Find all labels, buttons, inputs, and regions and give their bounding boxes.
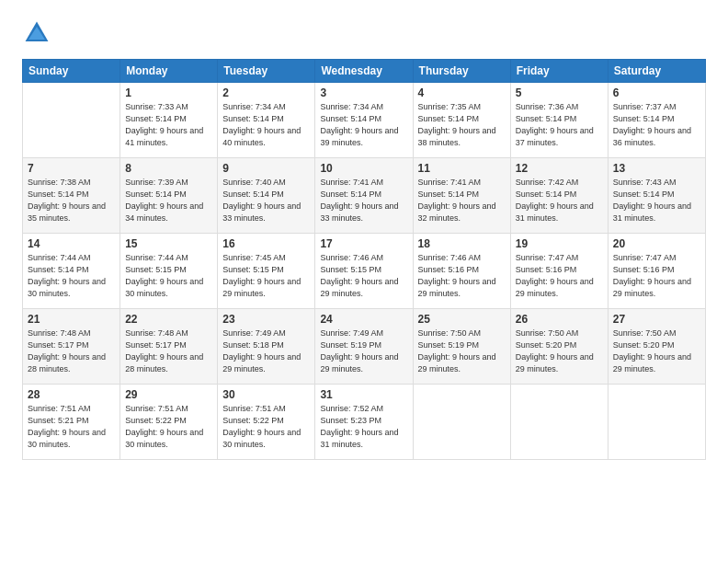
day-number: 8	[125, 162, 212, 175]
header	[22, 18, 706, 48]
day-info: Sunrise: 7:48 AMSunset: 5:17 PMDaylight:…	[28, 327, 115, 375]
day-cell: 15Sunrise: 7:44 AMSunset: 5:15 PMDayligh…	[120, 234, 218, 309]
day-cell: 17Sunrise: 7:46 AMSunset: 5:15 PMDayligh…	[315, 234, 413, 309]
day-cell: 23Sunrise: 7:49 AMSunset: 5:18 PMDayligh…	[218, 309, 315, 385]
day-info: Sunrise: 7:40 AMSunset: 5:14 PMDaylight:…	[222, 177, 310, 224]
day-number: 4	[418, 86, 506, 99]
day-cell: 24Sunrise: 7:49 AMSunset: 5:19 PMDayligh…	[315, 309, 413, 385]
day-number: 13	[613, 162, 700, 175]
day-number: 18	[418, 237, 506, 250]
day-cell: 14Sunrise: 7:44 AMSunset: 5:14 PMDayligh…	[23, 234, 120, 309]
day-cell: 2Sunrise: 7:34 AMSunset: 5:14 PMDaylight…	[218, 83, 315, 158]
day-number: 12	[516, 162, 603, 175]
day-cell: 26Sunrise: 7:50 AMSunset: 5:20 PMDayligh…	[510, 309, 608, 385]
week-row-2: 14Sunrise: 7:44 AMSunset: 5:14 PMDayligh…	[23, 234, 706, 309]
calendar-table: SundayMondayTuesdayWednesdayThursdayFrid…	[22, 59, 706, 460]
day-info: Sunrise: 7:41 AMSunset: 5:14 PMDaylight:…	[320, 177, 407, 224]
day-cell: 5Sunrise: 7:36 AMSunset: 5:14 PMDaylight…	[510, 83, 608, 158]
day-cell: 22Sunrise: 7:48 AMSunset: 5:17 PMDayligh…	[120, 309, 218, 385]
day-cell: 20Sunrise: 7:47 AMSunset: 5:16 PMDayligh…	[608, 234, 705, 309]
day-cell: 16Sunrise: 7:45 AMSunset: 5:15 PMDayligh…	[218, 234, 315, 309]
day-info: Sunrise: 7:46 AMSunset: 5:16 PMDaylight:…	[418, 252, 506, 300]
day-info: Sunrise: 7:34 AMSunset: 5:14 PMDaylight:…	[320, 101, 407, 149]
day-info: Sunrise: 7:50 AMSunset: 5:19 PMDaylight:…	[418, 327, 506, 375]
day-number: 2	[222, 86, 310, 99]
day-number: 30	[222, 388, 310, 401]
day-number: 26	[516, 313, 603, 326]
logo-icon	[22, 18, 51, 48]
day-cell: 30Sunrise: 7:51 AMSunset: 5:22 PMDayligh…	[218, 385, 315, 460]
day-number: 3	[320, 86, 407, 99]
day-info: Sunrise: 7:33 AMSunset: 5:14 PMDaylight:…	[125, 101, 212, 149]
day-cell: 3Sunrise: 7:34 AMSunset: 5:14 PMDaylight…	[315, 83, 413, 158]
day-cell: 9Sunrise: 7:40 AMSunset: 5:14 PMDaylight…	[218, 158, 315, 234]
day-cell: 11Sunrise: 7:41 AMSunset: 5:14 PMDayligh…	[413, 158, 510, 234]
day-cell	[23, 83, 120, 158]
day-info: Sunrise: 7:35 AMSunset: 5:14 PMDaylight:…	[418, 101, 506, 149]
day-cell: 6Sunrise: 7:37 AMSunset: 5:14 PMDaylight…	[608, 83, 705, 158]
week-row-1: 7Sunrise: 7:38 AMSunset: 5:14 PMDaylight…	[23, 158, 706, 234]
day-info: Sunrise: 7:50 AMSunset: 5:20 PMDaylight:…	[613, 327, 700, 375]
day-cell	[413, 385, 510, 460]
day-cell: 1Sunrise: 7:33 AMSunset: 5:14 PMDaylight…	[120, 83, 218, 158]
week-row-0: 1Sunrise: 7:33 AMSunset: 5:14 PMDaylight…	[23, 83, 706, 158]
day-cell: 21Sunrise: 7:48 AMSunset: 5:17 PMDayligh…	[23, 309, 120, 385]
day-cell: 19Sunrise: 7:47 AMSunset: 5:16 PMDayligh…	[510, 234, 608, 309]
day-cell: 18Sunrise: 7:46 AMSunset: 5:16 PMDayligh…	[413, 234, 510, 309]
day-info: Sunrise: 7:43 AMSunset: 5:14 PMDaylight:…	[613, 177, 700, 224]
day-cell: 31Sunrise: 7:52 AMSunset: 5:23 PMDayligh…	[315, 385, 413, 460]
header-row: SundayMondayTuesdayWednesdayThursdayFrid…	[23, 60, 706, 83]
day-number: 22	[125, 313, 212, 326]
day-number: 15	[125, 237, 212, 250]
day-number: 16	[222, 237, 310, 250]
col-header-friday: Friday	[510, 60, 608, 83]
week-row-3: 21Sunrise: 7:48 AMSunset: 5:17 PMDayligh…	[23, 309, 706, 385]
day-cell: 29Sunrise: 7:51 AMSunset: 5:22 PMDayligh…	[120, 385, 218, 460]
day-cell: 25Sunrise: 7:50 AMSunset: 5:19 PMDayligh…	[413, 309, 510, 385]
day-cell	[608, 385, 705, 460]
day-cell: 28Sunrise: 7:51 AMSunset: 5:21 PMDayligh…	[23, 385, 120, 460]
day-info: Sunrise: 7:39 AMSunset: 5:14 PMDaylight:…	[125, 177, 212, 224]
day-info: Sunrise: 7:45 AMSunset: 5:15 PMDaylight:…	[222, 252, 310, 300]
day-cell	[510, 385, 608, 460]
day-number: 1	[125, 86, 212, 99]
day-info: Sunrise: 7:47 AMSunset: 5:16 PMDaylight:…	[516, 252, 603, 300]
day-info: Sunrise: 7:44 AMSunset: 5:14 PMDaylight:…	[28, 252, 115, 300]
day-info: Sunrise: 7:47 AMSunset: 5:16 PMDaylight:…	[613, 252, 700, 300]
day-number: 5	[516, 86, 603, 99]
day-info: Sunrise: 7:51 AMSunset: 5:22 PMDaylight:…	[125, 403, 212, 451]
col-header-thursday: Thursday	[413, 60, 510, 83]
day-info: Sunrise: 7:36 AMSunset: 5:14 PMDaylight:…	[516, 101, 603, 149]
day-number: 19	[516, 237, 603, 250]
day-cell: 8Sunrise: 7:39 AMSunset: 5:14 PMDaylight…	[120, 158, 218, 234]
day-cell: 27Sunrise: 7:50 AMSunset: 5:20 PMDayligh…	[608, 309, 705, 385]
day-number: 11	[418, 162, 506, 175]
day-number: 24	[320, 313, 407, 326]
day-info: Sunrise: 7:50 AMSunset: 5:20 PMDaylight:…	[516, 327, 603, 375]
day-number: 20	[613, 237, 700, 250]
day-number: 28	[28, 388, 115, 401]
day-info: Sunrise: 7:34 AMSunset: 5:14 PMDaylight:…	[222, 101, 310, 149]
day-number: 7	[28, 162, 115, 175]
col-header-monday: Monday	[120, 60, 218, 83]
day-number: 9	[222, 162, 310, 175]
day-number: 31	[320, 388, 407, 401]
week-row-4: 28Sunrise: 7:51 AMSunset: 5:21 PMDayligh…	[23, 385, 706, 460]
day-info: Sunrise: 7:38 AMSunset: 5:14 PMDaylight:…	[28, 177, 115, 224]
col-header-wednesday: Wednesday	[315, 60, 413, 83]
day-number: 23	[222, 313, 310, 326]
day-number: 17	[320, 237, 407, 250]
day-number: 29	[125, 388, 212, 401]
day-info: Sunrise: 7:49 AMSunset: 5:19 PMDaylight:…	[320, 327, 407, 375]
col-header-tuesday: Tuesday	[218, 60, 315, 83]
day-cell: 13Sunrise: 7:43 AMSunset: 5:14 PMDayligh…	[608, 158, 705, 234]
col-header-sunday: Sunday	[23, 60, 120, 83]
day-cell: 7Sunrise: 7:38 AMSunset: 5:14 PMDaylight…	[23, 158, 120, 234]
day-info: Sunrise: 7:37 AMSunset: 5:14 PMDaylight:…	[613, 101, 700, 149]
day-cell: 12Sunrise: 7:42 AMSunset: 5:14 PMDayligh…	[510, 158, 608, 234]
day-info: Sunrise: 7:51 AMSunset: 5:22 PMDaylight:…	[222, 403, 310, 451]
day-number: 27	[613, 313, 700, 326]
day-info: Sunrise: 7:42 AMSunset: 5:14 PMDaylight:…	[516, 177, 603, 224]
day-info: Sunrise: 7:52 AMSunset: 5:23 PMDaylight:…	[320, 403, 407, 451]
day-number: 21	[28, 313, 115, 326]
